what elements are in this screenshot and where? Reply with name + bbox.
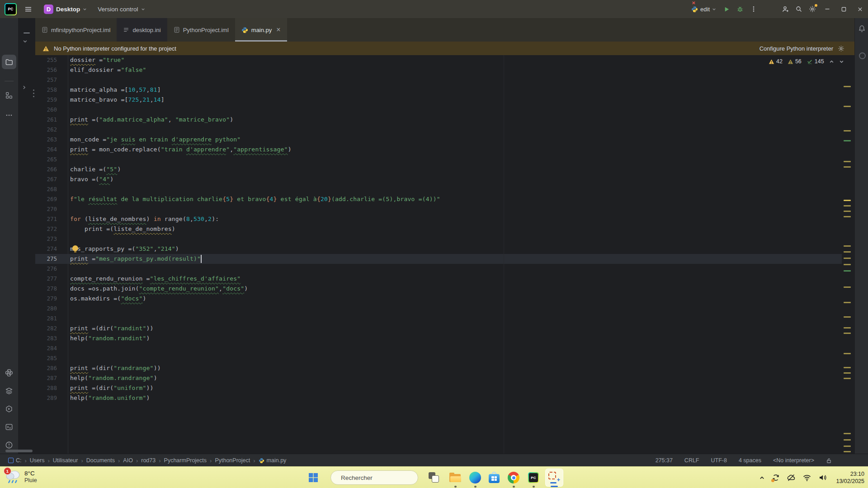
- line-number[interactable]: 268: [35, 184, 57, 194]
- line-number[interactable]: 267: [35, 174, 57, 184]
- more-tool-windows-icon[interactable]: [2, 108, 16, 122]
- search-input[interactable]: [340, 474, 422, 482]
- breadcrumb-aio[interactable]: AIO: [123, 457, 133, 464]
- collapsed-project-panel[interactable]: [18, 18, 36, 454]
- stripe-mark[interactable]: [844, 439, 851, 441]
- stripe-mark[interactable]: [844, 161, 851, 162]
- file-explorer-button[interactable]: [446, 469, 464, 487]
- run-configuration-selector[interactable]: ✕ edit: [688, 2, 720, 16]
- debug-button[interactable]: [733, 2, 747, 16]
- stripe-mark[interactable]: [844, 166, 851, 168]
- tree-expanded-icon[interactable]: [23, 39, 28, 44]
- close-button[interactable]: [852, 0, 868, 18]
- line-number[interactable]: 283: [35, 333, 57, 343]
- editor-tab-desktop.ini[interactable]: desktop.ini: [117, 18, 167, 42]
- line-number[interactable]: 277: [35, 274, 57, 284]
- breadcrumb-mainpy[interactable]: main.py: [259, 457, 287, 464]
- line-number[interactable]: 284: [35, 343, 57, 353]
- line-number[interactable]: 273: [35, 234, 57, 244]
- line-number[interactable]: 258: [35, 85, 57, 95]
- line-number[interactable]: 281: [35, 314, 57, 324]
- taskbar-clock[interactable]: 23:10 13/02/2025: [836, 470, 864, 485]
- line-number[interactable]: 264: [35, 145, 57, 155]
- next-issue-icon[interactable]: [839, 59, 844, 64]
- analysis-status-icon[interactable]: [859, 52, 866, 59]
- more-actions-icon[interactable]: [747, 2, 760, 16]
- lock-open-icon[interactable]: [826, 458, 832, 464]
- version-control-menu[interactable]: Version control: [94, 2, 148, 16]
- stripe-mark[interactable]: [844, 245, 851, 247]
- configure-interpreter-link[interactable]: Configure Python interpreter: [760, 45, 833, 52]
- project-switcher[interactable]: D Desktop: [40, 2, 90, 16]
- status-line-ending[interactable]: CRLF: [684, 457, 699, 464]
- services-tool-icon[interactable]: [2, 384, 16, 398]
- stripe-mark[interactable]: [844, 446, 851, 447]
- line-number[interactable]: 275: [35, 254, 57, 264]
- editor-tab-main.py[interactable]: main.py×: [235, 18, 287, 42]
- weather-widget[interactable]: 1 8°C Pluie: [5, 469, 37, 485]
- tray-chevron-up-icon[interactable]: [759, 475, 765, 481]
- status-interpreter[interactable]: <No interpreter>: [773, 457, 814, 464]
- taskbar-search[interactable]: [330, 470, 418, 485]
- stripe-mark[interactable]: [844, 205, 851, 206]
- previous-issue-icon[interactable]: [829, 59, 834, 64]
- stripe-mark[interactable]: [844, 333, 851, 334]
- onedrive-paused-icon[interactable]: [787, 473, 796, 482]
- minimize-button[interactable]: [819, 0, 835, 18]
- line-number[interactable]: 271: [35, 214, 57, 224]
- line-number[interactable]: 282: [35, 324, 57, 333]
- typo-count[interactable]: 145: [807, 58, 824, 65]
- breadcrumb-rod73[interactable]: rod73: [141, 457, 156, 464]
- breadcrumb-pythonproject[interactable]: PythonProject: [215, 457, 250, 464]
- stripe-mark[interactable]: [844, 367, 851, 368]
- stripe-mark[interactable]: [844, 130, 851, 131]
- breadcrumb-pycharmprojects[interactable]: PycharmProjects: [164, 457, 207, 464]
- breadcrumb-utilisateur[interactable]: Utilisateur: [53, 457, 78, 464]
- line-number[interactable]: 270: [35, 204, 57, 214]
- intention-bulb-icon[interactable]: [72, 245, 78, 251]
- status-encoding[interactable]: UTF-8: [711, 457, 727, 464]
- line-number[interactable]: 274: [35, 244, 57, 254]
- line-number[interactable]: 288: [35, 383, 57, 393]
- line-number[interactable]: 286: [35, 363, 57, 373]
- line-number[interactable]: 269: [35, 194, 57, 204]
- status-caret-position[interactable]: 275:37: [656, 457, 673, 464]
- code-with-me-button[interactable]: [778, 2, 792, 16]
- warning-count-a[interactable]: 42: [769, 58, 783, 65]
- breadcrumb-documents[interactable]: Documents: [86, 457, 115, 464]
- line-number[interactable]: 278: [35, 284, 57, 294]
- line-number[interactable]: 289: [35, 393, 57, 403]
- edge-button[interactable]: [466, 469, 484, 487]
- project-tool-icon[interactable]: [2, 55, 16, 69]
- stripe-mark[interactable]: [844, 106, 851, 107]
- stripe-mark[interactable]: [844, 264, 851, 265]
- breadcrumb-c[interactable]: C:: [8, 457, 22, 464]
- start-button[interactable]: [304, 469, 322, 487]
- search-everywhere-icon[interactable]: [792, 2, 806, 16]
- update-sync-icon[interactable]: [772, 474, 780, 482]
- line-number[interactable]: 287: [35, 373, 57, 383]
- tree-collapsed-icon[interactable]: [22, 85, 27, 90]
- volume-icon[interactable]: [818, 473, 827, 482]
- stripe-mark[interactable]: [844, 86, 851, 87]
- line-number[interactable]: 285: [35, 353, 57, 363]
- stripe-mark[interactable]: [844, 451, 851, 452]
- line-number[interactable]: 262: [35, 125, 57, 135]
- stripe-mark[interactable]: [844, 286, 851, 288]
- run-tool-icon[interactable]: [2, 402, 16, 416]
- line-number[interactable]: 266: [35, 164, 57, 174]
- stripe-mark[interactable]: [844, 372, 851, 374]
- editor-tab-mfirstpythonProject.iml[interactable]: mfirstpythonProject.iml: [35, 18, 117, 42]
- line-number[interactable]: 263: [35, 135, 57, 145]
- editor-tab-PythonProject.iml[interactable]: PythonProject.iml: [167, 18, 235, 42]
- chrome-button[interactable]: [505, 469, 523, 487]
- line-number[interactable]: 256: [35, 65, 57, 75]
- main-menu-icon[interactable]: [21, 2, 35, 16]
- line-number[interactable]: 276: [35, 264, 57, 274]
- stripe-mark[interactable]: [844, 316, 851, 318]
- warning-count-b[interactable]: 56: [788, 58, 802, 65]
- panel-hide-icon[interactable]: [24, 33, 30, 33]
- stripe-mark[interactable]: [844, 378, 851, 379]
- horizontal-scrollbar[interactable]: [5, 450, 33, 452]
- inspections-widget[interactable]: 42 56 145: [769, 56, 844, 66]
